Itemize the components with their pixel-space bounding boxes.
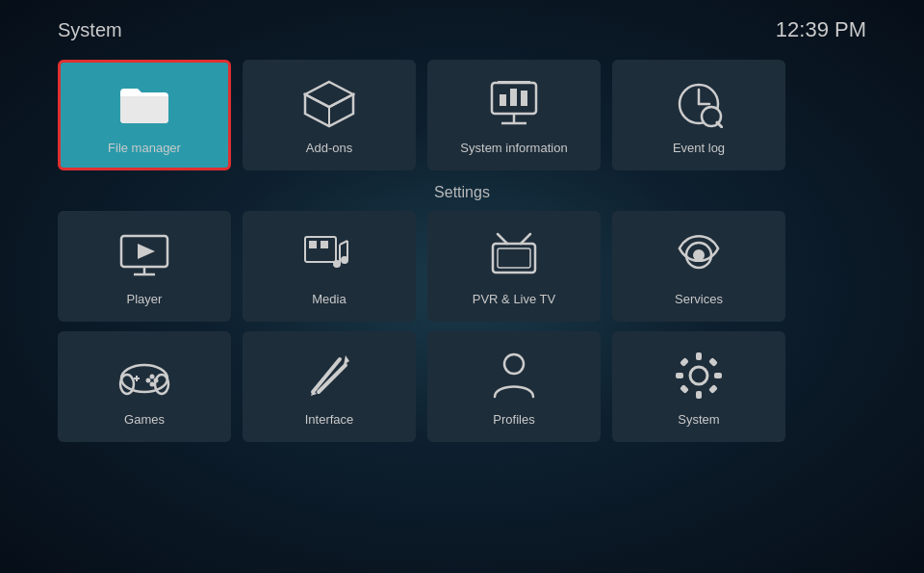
svg-rect-21 — [309, 241, 317, 248]
tile-profiles[interactable]: Profiles — [427, 331, 601, 442]
tile-event-log[interactable]: Event log — [612, 60, 785, 170]
tile-interface-label: Interface — [305, 412, 354, 427]
svg-rect-53 — [708, 357, 718, 367]
interface-icon — [300, 347, 358, 404]
svg-rect-4 — [500, 94, 506, 106]
svg-rect-50 — [676, 373, 683, 378]
tile-pvr-live-tv-label: PVR & Live TV — [473, 292, 555, 306]
settings-row-1: Player Media — [58, 211, 866, 322]
tile-media-label: Media — [312, 292, 346, 306]
tile-file-manager[interactable]: File manager — [58, 60, 231, 170]
top-tiles-row: File manager Add-ons — [58, 60, 866, 170]
svg-rect-20 — [305, 237, 336, 262]
svg-rect-22 — [321, 241, 328, 248]
svg-line-30 — [521, 234, 530, 244]
tile-services[interactable]: Services — [612, 211, 785, 322]
pvr-live-tv-icon — [485, 226, 543, 284]
system-icon — [670, 347, 728, 404]
file-manager-icon — [116, 75, 173, 133]
svg-point-40 — [150, 382, 155, 387]
system-information-icon — [485, 75, 543, 133]
tile-player-label: Player — [127, 292, 163, 306]
svg-line-25 — [340, 241, 347, 245]
svg-point-33 — [121, 365, 167, 392]
svg-line-29 — [498, 234, 507, 244]
tile-games-label: Games — [124, 412, 165, 427]
svg-rect-52 — [680, 357, 689, 367]
svg-rect-48 — [696, 352, 702, 360]
svg-marker-17 — [138, 244, 155, 259]
svg-rect-51 — [714, 373, 722, 378]
tile-player[interactable]: Player — [58, 211, 231, 322]
svg-marker-0 — [305, 82, 353, 107]
tile-add-ons-label: Add-ons — [306, 141, 352, 155]
svg-line-15 — [717, 122, 722, 127]
svg-point-26 — [333, 260, 341, 268]
tile-system-information-label: System information — [460, 141, 567, 155]
profiles-icon — [485, 347, 543, 404]
tile-interface[interactable]: Interface — [243, 331, 416, 442]
svg-point-38 — [150, 375, 155, 379]
tile-pvr-live-tv[interactable]: PVR & Live TV — [427, 211, 601, 322]
games-icon — [116, 347, 173, 404]
event-log-icon — [670, 75, 728, 133]
add-ons-icon — [300, 75, 358, 133]
svg-rect-5 — [510, 89, 517, 106]
svg-point-47 — [690, 367, 707, 384]
settings-row-2: Games Interface — [58, 331, 866, 442]
clock: 12:39 PM — [776, 17, 866, 42]
tile-system[interactable]: System — [612, 331, 785, 442]
tile-event-log-label: Event log — [673, 141, 725, 155]
svg-rect-54 — [680, 384, 689, 394]
services-icon — [670, 226, 728, 284]
svg-rect-55 — [708, 384, 718, 394]
svg-point-46 — [504, 354, 524, 374]
svg-point-41 — [146, 378, 151, 383]
settings-section-label: Settings — [58, 184, 866, 201]
app-title: System — [58, 19, 122, 41]
tile-games[interactable]: Games — [58, 331, 231, 442]
tile-media[interactable]: Media — [243, 211, 416, 322]
tile-file-manager-label: File manager — [108, 141, 181, 155]
svg-rect-6 — [521, 91, 527, 106]
svg-rect-49 — [696, 391, 702, 399]
svg-rect-31 — [498, 248, 530, 268]
tile-add-ons[interactable]: Add-ons — [243, 60, 416, 170]
player-icon — [116, 226, 173, 284]
tile-services-label: Services — [675, 292, 723, 306]
tile-system-information[interactable]: System information — [427, 60, 601, 170]
svg-point-27 — [341, 256, 348, 264]
tile-profiles-label: Profiles — [493, 412, 534, 427]
header: System 12:39 PM — [58, 0, 866, 52]
svg-point-39 — [154, 378, 159, 383]
media-icon — [300, 226, 358, 284]
tile-system-label: System — [678, 412, 719, 427]
